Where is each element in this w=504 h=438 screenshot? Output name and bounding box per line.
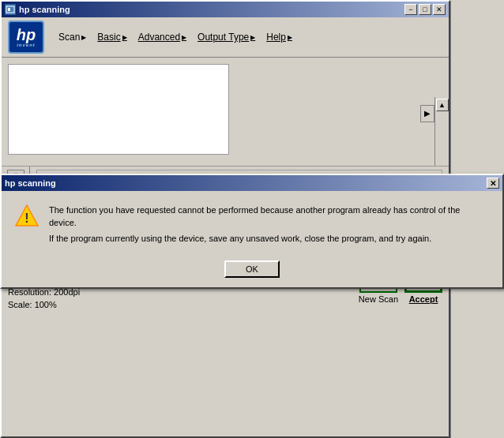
menu-output-type[interactable]: Output Type ▶ [193, 29, 260, 45]
new-scan-label: New Scan [359, 294, 398, 304]
maximize-button[interactable]: □ [419, 4, 431, 15]
menu-help[interactable]: Help ▶ [261, 29, 297, 45]
dialog-message1: The function you have requested cannot b… [49, 204, 490, 229]
hp-invent-text: invent [17, 43, 36, 47]
dialog-message2: If the program currently using the devic… [49, 232, 490, 245]
dialog-title: hp scanning [5, 178, 56, 188]
dialog-buttons: OK [2, 257, 502, 287]
menu-basic-arrow: ▶ [122, 34, 127, 41]
scale-line: Scale: 100% [8, 298, 359, 311]
menu-scan[interactable]: Scan ▶ [54, 29, 91, 45]
accept-label: Accept [409, 294, 438, 304]
menu-advanced-arrow: ▶ [182, 34, 186, 41]
window-controls: − □ ✕ [404, 4, 446, 15]
menu-output-type-label: Output Type [197, 32, 249, 43]
hp-logo: hp invent [8, 21, 44, 54]
dialog-message-block: The function you have requested cannot b… [49, 204, 490, 245]
menu-bar: Scan ▶ Basic ▶ Advanced ▶ Output Type ▶ … [54, 29, 297, 45]
app-icon [5, 4, 16, 15]
svg-rect-1 [8, 8, 10, 11]
dialog-content: ! The function you have requested cannot… [2, 191, 502, 257]
dialog-title-bar: hp scanning ✕ [2, 175, 502, 191]
menu-help-arrow: ▶ [288, 34, 292, 41]
menu-basic[interactable]: Basic ▶ [92, 29, 131, 45]
menu-basic-label: Basic [97, 32, 120, 43]
scan-preview-area [8, 64, 433, 163]
menu-advanced-label: Advanced [138, 32, 180, 43]
title-bar-left: hp scanning [5, 4, 70, 15]
dialog-box: hp scanning ✕ ! The function you have re… [0, 174, 504, 289]
scan-region-wrapper: ▲ ▼ ▶ [2, 64, 449, 163]
minimize-button[interactable]: − [404, 4, 417, 15]
menu-help-label: Help [266, 32, 286, 43]
svg-text:!: ! [24, 212, 28, 225]
main-title-bar: hp scanning − □ ✕ [2, 2, 449, 17]
close-button[interactable]: ✕ [433, 4, 446, 15]
warning-icon: ! [14, 204, 39, 229]
header-band: hp invent Scan ▶ Basic ▶ Advanced ▶ O [2, 17, 449, 58]
scroll-up-button[interactable]: ▲ [436, 99, 449, 111]
menu-output-type-arrow: ▶ [250, 34, 255, 41]
main-window-title: hp scanning [19, 5, 70, 14]
hp-logo-text: hp [17, 27, 36, 43]
dialog-close-button[interactable]: ✕ [487, 178, 499, 189]
menu-scan-label: Scan [58, 32, 80, 43]
scan-scroll-right[interactable]: ▶ [420, 105, 434, 122]
ok-button[interactable]: OK [224, 260, 280, 278]
scan-preview-canvas [8, 64, 229, 155]
menu-scan-arrow: ▶ [81, 34, 86, 41]
menu-advanced[interactable]: Advanced ▶ [134, 29, 191, 45]
